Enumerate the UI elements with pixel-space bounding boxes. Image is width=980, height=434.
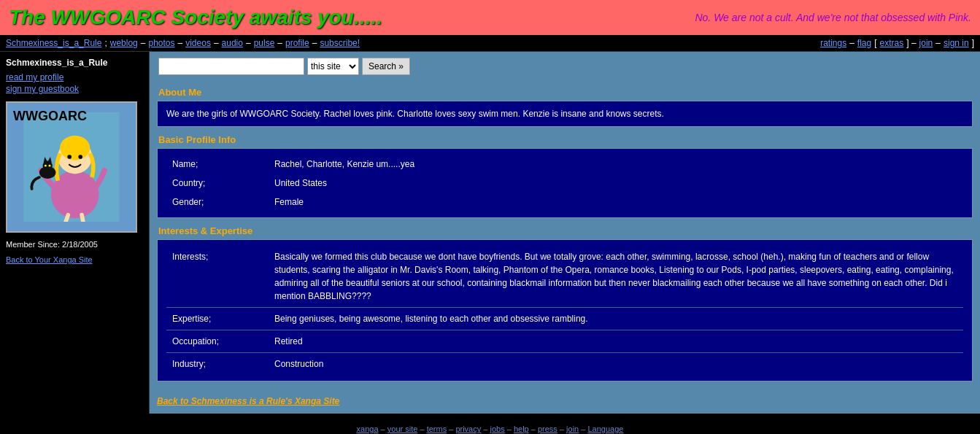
field-value-name: Rachel, Charlotte, Kenzie um.....yea bbox=[269, 155, 963, 174]
search-bar: this site all xanga Search » bbox=[150, 52, 980, 81]
back-to-xanga-section: Back to Schmexiness is a Rule's Xanga Si… bbox=[150, 389, 980, 414]
basic-profile-section: Basic Profile Info Name; Rachel, Charlot… bbox=[157, 134, 973, 218]
header: The WWGOARC Society awaits you..... No. … bbox=[0, 0, 980, 35]
sidebar-image-box: WWGOARC bbox=[6, 101, 137, 233]
nav-link-photos[interactable]: photos bbox=[148, 38, 174, 48]
svg-line-13 bbox=[82, 215, 84, 222]
nav-sep: – bbox=[849, 38, 854, 48]
nav-link-username[interactable]: Schmexiness_is_a_Rule bbox=[6, 38, 101, 48]
table-row: Country; United States bbox=[166, 174, 963, 193]
member-since: Member Since: 2/18/2005 bbox=[6, 240, 143, 249]
interests-section: Interests & Expertise Interests; Basical… bbox=[157, 225, 973, 381]
content-area: this site all xanga Search » About Me We… bbox=[150, 52, 980, 414]
nav-sep: – bbox=[214, 38, 219, 48]
nav-link-audio[interactable]: audio bbox=[222, 38, 243, 48]
interests-title: Interests & Expertise bbox=[157, 225, 973, 236]
footer-row1: xanga – your site – terms – privacy – jo… bbox=[9, 425, 971, 433]
header-title: The WWGOARC Society awaits you..... bbox=[9, 6, 382, 29]
sidebar-read-profile-link[interactable]: read my profile bbox=[6, 72, 143, 82]
table-row: Occupation; Retired bbox=[166, 330, 963, 353]
nav-sep: – bbox=[277, 38, 282, 48]
field-label-country: Country; bbox=[166, 174, 269, 193]
table-row: Interests; Basically we formed this club… bbox=[166, 246, 963, 308]
svg-point-11 bbox=[49, 165, 51, 167]
footer: xanga – your site – terms – privacy – jo… bbox=[0, 414, 980, 434]
nav-link-profile[interactable]: profile bbox=[285, 38, 309, 48]
nav-sep: – bbox=[246, 38, 251, 48]
sidebar-username: Schmexiness_is_a_Rule bbox=[6, 58, 143, 68]
sidebar-image-label: WWGOARC bbox=[13, 109, 87, 124]
nav-sep: ] – bbox=[906, 38, 916, 48]
footer-link-language[interactable]: Language bbox=[587, 425, 623, 433]
table-row: Industry; Construction bbox=[166, 353, 963, 376]
sidebar-links: read my profile sign my guestbook bbox=[6, 72, 143, 94]
field-value-occupation: Retired bbox=[269, 330, 963, 353]
field-label-name: Name; bbox=[166, 155, 269, 174]
about-me-section: About Me We are the girls of WWGOARC Soc… bbox=[157, 87, 973, 127]
main-layout: Schmexiness_is_a_Rule read my profile si… bbox=[0, 52, 980, 414]
footer-link-yoursite[interactable]: your site bbox=[387, 425, 418, 433]
footer-link-terms[interactable]: terms bbox=[427, 425, 447, 433]
field-value-gender: Female bbox=[269, 193, 963, 212]
nav-link-subscribe[interactable]: subscribe! bbox=[320, 38, 360, 48]
about-me-title: About Me bbox=[157, 87, 973, 98]
search-input[interactable] bbox=[158, 58, 304, 75]
nav-sep: ] bbox=[972, 38, 974, 48]
field-label-expertise: Expertise; bbox=[166, 308, 269, 330]
nav-link-join[interactable]: join bbox=[919, 38, 933, 48]
table-row: Gender; Female bbox=[166, 193, 963, 212]
nav-sep: – bbox=[178, 38, 183, 48]
field-value-expertise: Being geniuses, being awesome, listening… bbox=[269, 308, 963, 330]
footer-link-jobs[interactable]: jobs bbox=[490, 425, 504, 433]
basic-profile-box: Name; Rachel, Charlotte, Kenzie um.....y… bbox=[157, 148, 973, 218]
nav-link-pulse[interactable]: pulse bbox=[254, 38, 275, 48]
footer-link-press[interactable]: press bbox=[538, 425, 557, 433]
nav-bar: Schmexiness_is_a_Rule ; weblog – photos … bbox=[0, 35, 980, 52]
field-label-occupation: Occupation; bbox=[166, 330, 269, 353]
svg-point-5 bbox=[78, 155, 82, 159]
footer-link-help[interactable]: help bbox=[514, 425, 529, 433]
footer-link-join[interactable]: join bbox=[566, 425, 579, 433]
nav-link-signin[interactable]: sign in bbox=[944, 38, 969, 48]
field-value-country: United States bbox=[269, 174, 963, 193]
nav-link-weblog[interactable]: weblog bbox=[110, 38, 138, 48]
back-to-xanga-sidebar-link[interactable]: Back to Your Xanga Site bbox=[6, 255, 93, 264]
field-label-interests: Interests; bbox=[166, 246, 269, 308]
basic-profile-table: Name; Rachel, Charlotte, Kenzie um.....y… bbox=[166, 155, 963, 212]
header-subtitle: No. We are not a cult. And we're not tha… bbox=[695, 12, 971, 23]
field-label-gender: Gender; bbox=[166, 193, 269, 212]
nav-left: Schmexiness_is_a_Rule ; weblog – photos … bbox=[6, 38, 360, 48]
interests-table: Interests; Basically we formed this club… bbox=[166, 246, 963, 375]
table-row: Expertise; Being geniuses, being awesome… bbox=[166, 308, 963, 330]
nav-link-extras[interactable]: extras bbox=[880, 38, 904, 48]
sidebar: Schmexiness_is_a_Rule read my profile si… bbox=[0, 52, 150, 414]
nav-sep: – bbox=[141, 38, 146, 48]
field-label-industry: Industry; bbox=[166, 353, 269, 376]
nav-sep: [ bbox=[874, 38, 876, 48]
nav-link-videos[interactable]: videos bbox=[185, 38, 211, 48]
search-scope-select[interactable]: this site all xanga bbox=[307, 58, 359, 75]
footer-link-privacy[interactable]: privacy bbox=[455, 425, 481, 433]
field-value-industry: Construction bbox=[269, 353, 963, 376]
nav-sep: – bbox=[935, 38, 941, 48]
search-button[interactable]: Search » bbox=[362, 58, 410, 75]
nav-link-flag[interactable]: flag bbox=[857, 38, 871, 48]
sidebar-illustration bbox=[20, 112, 123, 222]
nav-right: ratings – flag [ extras ] – join – sign … bbox=[820, 38, 974, 48]
basic-profile-title: Basic Profile Info bbox=[157, 134, 973, 145]
about-me-box: We are the girls of WWGOARC Society. Rac… bbox=[157, 101, 973, 127]
field-value-interests: Basically we formed this club because we… bbox=[269, 246, 963, 308]
svg-point-10 bbox=[45, 165, 47, 167]
back-to-xanga-link[interactable]: Back to Schmexiness is a Rule's Xanga Si… bbox=[157, 396, 339, 406]
back-to-xanga-sidebar: Back to Your Xanga Site bbox=[6, 255, 143, 265]
svg-point-4 bbox=[67, 155, 72, 159]
interests-box: Interests; Basically we formed this club… bbox=[157, 239, 973, 381]
about-me-text: We are the girls of WWGOARC Society. Rac… bbox=[166, 109, 664, 119]
footer-link-xanga[interactable]: xanga bbox=[357, 425, 379, 433]
nav-link-ratings[interactable]: ratings bbox=[820, 38, 846, 48]
table-row: Name; Rachel, Charlotte, Kenzie um.....y… bbox=[166, 155, 963, 174]
sidebar-guestbook-link[interactable]: sign my guestbook bbox=[6, 84, 143, 94]
nav-sep: – bbox=[312, 38, 317, 48]
svg-point-3 bbox=[60, 136, 90, 160]
nav-sep: ; bbox=[104, 38, 107, 48]
